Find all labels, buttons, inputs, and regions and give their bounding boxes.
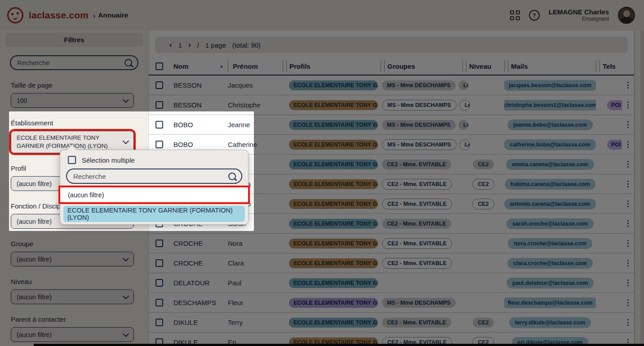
breadcrumb-chevron-icon: › [93,12,95,19]
sort-ascending-icon: ▲ [220,64,223,68]
breadcrumb: Annuaire [98,11,128,19]
cell-niveau: CE2 [462,318,504,328]
cell-tels: POI [596,100,622,110]
column-header-prenom[interactable]: Prénom [225,60,283,72]
popup-search-input[interactable] [72,172,228,181]
scrollbar[interactable] [640,31,644,344]
row-checkbox[interactable] [155,101,163,109]
row-checkbox[interactable] [155,141,163,148]
brand[interactable]: laclasse.com [7,7,89,23]
kebab-menu-icon[interactable] [627,200,629,208]
mail-pill[interactable]: antonio.carena@laclasse.com [504,199,596,209]
next-page-button[interactable]: › [188,40,191,49]
mail-pill[interactable]: emma.carena@laclasse.com [506,159,594,170]
kebab-menu-icon[interactable] [627,220,629,227]
kebab-menu-icon[interactable] [627,279,629,287]
help-icon[interactable]: ? [529,10,540,21]
row-checkbox[interactable] [155,81,163,89]
row-checkbox[interactable] [155,259,163,267]
multi-select-checkbox[interactable] [68,156,76,164]
cell-prenom: Jeanne [225,121,283,129]
cell-groupes: CE2 - Mme. EVITABLE [381,238,462,249]
table-row: CROCHEClaraECOLE ELEMENTAIRE TONY GARNIE… [149,253,634,273]
brand-name[interactable]: laclasse.com [29,10,89,21]
row-checkbox[interactable] [155,240,163,247]
user-role: Enseignant [549,16,609,22]
kebab-menu-icon[interactable] [627,319,629,326]
kebab-menu-icon[interactable] [627,161,629,168]
chevron-down-icon [123,138,129,144]
filter-label: Taille de page [11,81,148,89]
niveau-chip: CE2 [472,199,494,209]
filter-group-1: ÉtablissementECOLE ELEMENTAIRE TONY GARN… [11,119,148,153]
mail-pill[interactable]: jeanne.bobo@laclasse.com [507,120,593,130]
kebab-menu-icon[interactable] [627,82,629,89]
cell-niveau: CE2 [462,179,504,190]
column-resize-handle[interactable] [504,60,508,72]
current-page: 1 [178,41,182,49]
kebab-menu-icon[interactable] [627,299,629,306]
sidebar-search[interactable] [10,55,138,70]
column-resize-handle[interactable] [462,60,466,72]
select-all-checkbox[interactable] [155,62,163,70]
mail-pill[interactable]: fleur.deschamps@laclasse.com [504,297,596,308]
row-checkbox[interactable] [155,319,163,326]
column-resize-handle[interactable] [228,60,229,72]
kebab-menu-icon[interactable] [627,102,629,109]
user-info[interactable]: LEMAGNE Charles Enseignant [549,8,609,22]
column-header-nom[interactable]: Nom ▲ [170,62,225,70]
column-header-mails[interactable]: Mails [504,60,596,72]
mail-pill[interactable]: jacques.besson@laclasse.com [504,80,596,91]
filter-label: Parent à contacter [11,315,148,323]
mail-pill[interactable]: terry.dikule@laclasse.com [509,317,591,328]
filter-select[interactable]: (aucun filtre) [11,327,134,342]
column-header-profils[interactable]: Profils [283,60,381,72]
filter-select[interactable]: 100 [11,93,134,108]
filter-label: Établissement [11,119,148,127]
kebab-menu-icon[interactable] [627,240,629,247]
mail-pill[interactable]: clara.croche@laclasse.com [507,258,593,269]
option-etablissement-selected[interactable]: ECOLE ELEMENTAIRE TONY GARNIER (FORMATIO… [63,206,245,222]
column-header-groupes[interactable]: Groupes [381,60,462,72]
cell-groupes: MS - Mme DESCHAMPSLes [381,100,462,111]
sidebar-search-input[interactable] [16,58,124,67]
popup-search[interactable] [66,169,242,184]
column-header-tels[interactable]: Tels [596,60,622,72]
filter-label: Groupe [11,240,148,248]
groupe-chip: MS - Mme DESCHAMPS [382,80,456,90]
column-resize-handle[interactable] [381,60,385,72]
annuaire-page: laclasse.com › Annuaire ? LEMAGNE Charle… [0,0,644,346]
groupe-chip: CE2 - Mme. EVITABLE [382,318,451,328]
option-aucun-filtre[interactable]: (aucun filtre) [60,187,248,202]
row-checkbox[interactable] [155,121,163,129]
cell-groupes: CE2 - Mme. EVITABLE [381,179,462,190]
cell-prenom: Fleur [225,299,283,306]
mail-pill[interactable]: christophe.besson1@laclasse.com [504,100,596,111]
filter-select[interactable]: (aucun filtre) [11,289,134,304]
cell-nom: BOBO [170,121,225,129]
filter-select[interactable]: (aucun filtre) [11,252,134,266]
row-checkbox[interactable] [155,299,163,306]
kebab-menu-icon[interactable] [627,121,629,129]
user-avatar[interactable] [618,7,635,24]
cell-prenom: Catherine [225,141,283,148]
prev-page-button[interactable]: ‹ [169,40,172,49]
column-resize-handle[interactable] [283,60,287,72]
mail-pill[interactable]: sarah.croche@laclasse.com [506,218,594,229]
column-resize-handle[interactable] [596,60,600,72]
row-checkbox[interactable] [155,279,163,287]
profil-badge-eleve: ECOLE ELEMENTAIRE TONY GARNIER (FORMATIO… [289,219,378,229]
mail-pill[interactable]: catherine.bobo@laclasse.com [504,139,596,150]
kebab-menu-icon[interactable] [627,141,629,148]
apps-grid-icon[interactable] [510,10,520,20]
multi-select-row[interactable]: Sélection multiple [68,156,248,164]
cell-groupes: CE2 - Mme. EVITABLE [381,219,462,229]
kebab-menu-icon[interactable] [627,181,629,188]
groupe-chip: Les [459,100,470,111]
groupe-chip: MS - Mme DESCHAMPS [382,139,457,150]
kebab-menu-icon[interactable] [627,260,629,267]
mail-pill[interactable]: nora.croche@laclasse.com [508,238,592,249]
mail-pill[interactable]: paul.delatour@laclasse.com [506,278,594,288]
column-header-niveau[interactable]: Niveau [462,60,504,72]
mail-pill[interactable]: hakima.carena@laclasse.com [505,179,596,190]
